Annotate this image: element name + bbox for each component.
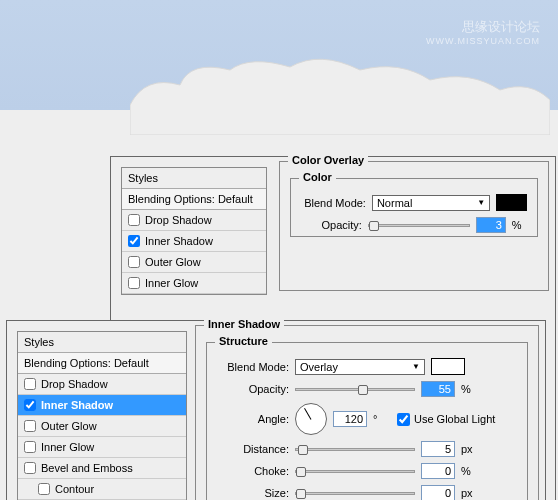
blend-mode-label: Blend Mode: <box>217 361 289 373</box>
structure-subgroup: Structure Blend Mode: Overlay ▼ Opacity:… <box>206 342 528 500</box>
style-label: Inner Shadow <box>145 235 213 247</box>
drop-shadow-checkbox[interactable] <box>128 214 140 226</box>
blend-mode-label: Blend Mode: <box>301 197 366 209</box>
opacity-unit: % <box>461 383 479 395</box>
layer-style-dialog-2: Styles Blending Options: Default Drop Sh… <box>6 320 546 500</box>
color-subgroup: Color Blend Mode: Normal ▼ Opacity: 3 % <box>290 178 538 237</box>
style-item-drop-shadow[interactable]: Drop Shadow <box>18 374 186 395</box>
style-label: Drop Shadow <box>41 378 108 390</box>
size-unit: px <box>461 487 479 499</box>
size-label: Size: <box>217 487 289 499</box>
contour-checkbox[interactable] <box>38 483 50 495</box>
style-label: Inner Shadow <box>41 399 113 411</box>
style-label: Outer Glow <box>41 420 97 432</box>
slider-thumb[interactable] <box>298 445 308 455</box>
inner-shadow-checkbox[interactable] <box>128 235 140 247</box>
style-item-inner-shadow[interactable]: Inner Shadow <box>18 395 186 416</box>
style-item-outer-glow[interactable]: Outer Glow <box>18 416 186 437</box>
distance-input[interactable]: 5 <box>421 441 455 457</box>
angle-label: Angle: <box>217 413 289 425</box>
color-overlay-legend: Color Overlay <box>288 154 368 166</box>
slider-thumb[interactable] <box>296 467 306 477</box>
style-item-inner-glow[interactable]: Inner Glow <box>122 273 266 294</box>
choke-input[interactable]: 0 <box>421 463 455 479</box>
blend-mode-value: Overlay <box>300 361 338 373</box>
opacity-input[interactable]: 3 <box>476 217 506 233</box>
opacity-input[interactable]: 55 <box>421 381 455 397</box>
style-label: Drop Shadow <box>145 214 212 226</box>
distance-unit: px <box>461 443 479 455</box>
style-label: Bevel and Emboss <box>41 462 133 474</box>
blend-mode-value: Normal <box>377 197 412 209</box>
style-item-contour[interactable]: Contour <box>18 479 186 500</box>
chevron-down-icon: ▼ <box>412 362 420 371</box>
opacity-unit: % <box>512 219 527 231</box>
choke-unit: % <box>461 465 479 477</box>
color-swatch[interactable] <box>431 358 465 375</box>
inner-shadow-group: Inner Shadow Structure Blend Mode: Overl… <box>195 325 539 500</box>
blending-options-row[interactable]: Blending Options: Default <box>122 189 266 210</box>
style-item-bevel-emboss[interactable]: Bevel and Emboss <box>18 458 186 479</box>
bevel-emboss-checkbox[interactable] <box>24 462 36 474</box>
style-item-inner-shadow[interactable]: Inner Shadow <box>122 231 266 252</box>
distance-label: Distance: <box>217 443 289 455</box>
blend-mode-select[interactable]: Normal ▼ <box>372 195 490 211</box>
styles-header: Styles <box>122 168 266 189</box>
distance-slider[interactable] <box>295 448 415 451</box>
slider-thumb[interactable] <box>369 221 379 231</box>
cloud-graphic <box>130 55 550 135</box>
angle-input[interactable]: 120 <box>333 411 367 427</box>
style-item-drop-shadow[interactable]: Drop Shadow <box>122 210 266 231</box>
chevron-down-icon: ▼ <box>477 198 485 207</box>
watermark: 思缘设计论坛 WWW.MISSYUAN.COM <box>426 18 540 46</box>
blending-options-row[interactable]: Blending Options: Default <box>18 353 186 374</box>
inner-shadow-checkbox[interactable] <box>24 399 36 411</box>
color-subgroup-legend: Color <box>299 171 336 183</box>
inner-glow-checkbox[interactable] <box>128 277 140 289</box>
inner-shadow-legend: Inner Shadow <box>204 318 284 330</box>
style-label: Inner Glow <box>41 441 94 453</box>
size-slider[interactable] <box>295 492 415 495</box>
styles-list: Styles Blending Options: Default Drop Sh… <box>17 331 187 500</box>
watermark-main: 思缘设计论坛 <box>426 18 540 36</box>
style-label: Inner Glow <box>145 277 198 289</box>
structure-legend: Structure <box>215 335 272 347</box>
outer-glow-checkbox[interactable] <box>128 256 140 268</box>
opacity-label: Opacity: <box>217 383 289 395</box>
opacity-label: Opacity: <box>301 219 362 231</box>
choke-label: Choke: <box>217 465 289 477</box>
style-label: Contour <box>55 483 94 495</box>
watermark-sub: WWW.MISSYUAN.COM <box>426 36 540 46</box>
size-input[interactable]: 0 <box>421 485 455 500</box>
opacity-slider[interactable] <box>295 388 415 391</box>
drop-shadow-checkbox[interactable] <box>24 378 36 390</box>
style-label: Outer Glow <box>145 256 201 268</box>
opacity-slider[interactable] <box>368 224 470 227</box>
angle-unit: ° <box>373 413 391 425</box>
global-light-checkbox[interactable] <box>397 413 410 426</box>
color-overlay-group: Color Overlay Color Blend Mode: Normal ▼… <box>279 161 549 291</box>
choke-slider[interactable] <box>295 470 415 473</box>
styles-list: Styles Blending Options: Default Drop Sh… <box>121 167 267 295</box>
angle-dial[interactable] <box>295 403 327 435</box>
inner-glow-checkbox[interactable] <box>24 441 36 453</box>
styles-header: Styles <box>18 332 186 353</box>
blend-mode-select[interactable]: Overlay ▼ <box>295 359 425 375</box>
slider-thumb[interactable] <box>296 489 306 499</box>
style-item-outer-glow[interactable]: Outer Glow <box>122 252 266 273</box>
outer-glow-checkbox[interactable] <box>24 420 36 432</box>
style-item-inner-glow[interactable]: Inner Glow <box>18 437 186 458</box>
color-swatch[interactable] <box>496 194 527 211</box>
global-light-label: Use Global Light <box>414 413 495 425</box>
slider-thumb[interactable] <box>358 385 368 395</box>
angle-needle <box>304 408 311 420</box>
